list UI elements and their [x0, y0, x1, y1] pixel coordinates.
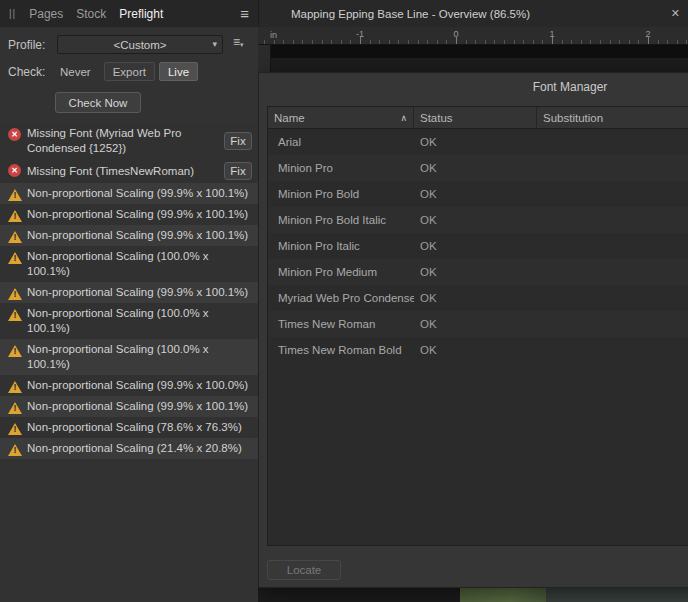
- font-status-cell: OK: [414, 214, 537, 226]
- ruler-ticks: -1012: [258, 27, 688, 44]
- warning-icon: !: [8, 309, 22, 321]
- font-table-header: Name ∧ Status Substitution: [268, 107, 688, 129]
- issue-row[interactable]: !Non-proportional Scaling (99.9% x 100.1…: [0, 396, 258, 417]
- profile-row: Profile: <Custom> ▾ ≡▾: [0, 35, 258, 57]
- issue-text: Non-proportional Scaling (21.4% x 20.8%): [27, 441, 252, 456]
- font-table: Name ∧ Status Substitution ArialOKMinion…: [267, 106, 688, 546]
- ruler-major-tick: [360, 37, 361, 44]
- table-row[interactable]: Times New Roman BoldOK: [268, 337, 688, 363]
- issue-row[interactable]: !Non-proportional Scaling (21.4% x 20.8%…: [0, 438, 258, 459]
- fix-button[interactable]: Fix: [224, 162, 252, 180]
- chevron-down-icon: ▾: [212, 39, 217, 49]
- warning-icon: !: [8, 231, 22, 243]
- map-image-sliver-gray: [546, 588, 688, 602]
- font-name-cell: Arial: [268, 136, 414, 148]
- font-name-cell: Times New Roman: [268, 318, 414, 330]
- font-status-cell: OK: [414, 318, 537, 330]
- warning-icon: !: [8, 381, 22, 393]
- issue-text: Non-proportional Scaling (99.9% x 100.1%…: [27, 228, 252, 243]
- profile-label: Profile:: [8, 38, 45, 52]
- issue-row[interactable]: !Non-proportional Scaling (100.0% x 100.…: [0, 303, 258, 339]
- tab-pages[interactable]: Pages: [29, 7, 63, 21]
- check-option-never[interactable]: Never: [57, 62, 100, 81]
- table-row[interactable]: Minion ProOK: [268, 155, 688, 181]
- issue-text: Missing Font (Myriad Web Pro Condensed {…: [27, 126, 195, 156]
- issue-text: Non-proportional Scaling (99.9% x 100.1%…: [27, 399, 252, 414]
- menu-lines-icon: ≡: [233, 35, 240, 49]
- issue-row[interactable]: !Non-proportional Scaling (99.9% x 100.0…: [0, 375, 258, 396]
- tab-preflight[interactable]: Preflight: [119, 7, 163, 21]
- check-option-live[interactable]: Live: [159, 62, 198, 81]
- font-name-cell: Minion Pro Italic: [268, 240, 414, 252]
- issue-text: Non-proportional Scaling (78.6% x 76.3%): [27, 420, 252, 435]
- table-row[interactable]: Myriad Web Pro CondenseOK: [268, 285, 688, 311]
- close-icon[interactable]: ✕: [671, 8, 680, 19]
- column-status-label: Status: [420, 112, 453, 124]
- warning-icon: !: [8, 444, 22, 456]
- panel-tabs: PagesStockPreflight: [29, 7, 163, 21]
- panel-drag-handle-icon[interactable]: ||: [9, 8, 16, 19]
- profile-dropdown[interactable]: <Custom> ▾: [57, 35, 223, 54]
- fix-button[interactable]: Fix: [224, 132, 252, 150]
- font-status-cell: OK: [414, 344, 537, 356]
- table-row[interactable]: Times New RomanOK: [268, 311, 688, 337]
- warning-icon: !: [8, 288, 22, 300]
- warning-icon: !: [8, 189, 22, 201]
- table-row[interactable]: Minion Pro ItalicOK: [268, 233, 688, 259]
- mini-caret-icon: ▾: [240, 41, 244, 48]
- font-name-cell: Minion Pro Bold: [268, 188, 414, 200]
- issue-row[interactable]: ✕Missing Font (Myriad Web Pro Condensed …: [0, 123, 258, 159]
- dialog-title: Font Manager: [259, 73, 688, 101]
- panel-tab-bar: || PagesStockPreflight ≡: [0, 0, 258, 27]
- check-now-button[interactable]: Check Now: [55, 92, 141, 113]
- issue-text: Non-proportional Scaling (100.0% x 100.1…: [27, 306, 252, 336]
- font-name-cell: Myriad Web Pro Condense: [268, 292, 414, 304]
- profile-preset-menu-icon[interactable]: ≡▾: [233, 36, 244, 48]
- locate-button[interactable]: Locate: [267, 560, 341, 580]
- issue-row[interactable]: !Non-proportional Scaling (99.9% x 100.1…: [0, 225, 258, 246]
- issue-text: Non-proportional Scaling (99.9% x 100.1%…: [27, 186, 252, 201]
- issue-row[interactable]: !Non-proportional Scaling (99.9% x 100.1…: [0, 183, 258, 204]
- font-status-cell: OK: [414, 266, 537, 278]
- error-icon: ✕: [8, 164, 21, 177]
- warning-icon: !: [8, 423, 22, 435]
- table-row[interactable]: ArialOK: [268, 129, 688, 155]
- check-label: Check:: [8, 65, 45, 79]
- sort-ascending-icon: ∧: [400, 113, 407, 123]
- column-header-substitution[interactable]: Substitution: [537, 107, 688, 128]
- issue-text: Non-proportional Scaling (99.9% x 100.1%…: [27, 285, 252, 300]
- issue-row[interactable]: !Non-proportional Scaling (78.6% x 76.3%…: [0, 417, 258, 438]
- app-window: || PagesStockPreflight ≡ Profile: <Custo…: [0, 0, 688, 602]
- column-header-name[interactable]: Name ∧: [268, 107, 414, 128]
- tab-stock[interactable]: Stock: [76, 7, 106, 21]
- issue-text: Non-proportional Scaling (99.9% x 100.0%…: [27, 378, 252, 393]
- issue-row[interactable]: !Non-proportional Scaling (100.0% x 100.…: [0, 246, 258, 282]
- issue-row[interactable]: !Non-proportional Scaling (100.0% x 100.…: [0, 339, 258, 375]
- warning-icon: !: [8, 402, 22, 414]
- font-table-body: ArialOKMinion ProOKMinion Pro BoldOKMini…: [268, 129, 688, 363]
- check-row: Check: NeverExportLive: [0, 62, 258, 84]
- font-status-cell: OK: [414, 292, 537, 304]
- ruler-major-tick: [456, 37, 457, 44]
- document-area: Mapping Epping Base Line - Overview (86.…: [258, 0, 688, 602]
- check-segments: NeverExportLive: [57, 62, 202, 81]
- column-substitution-label: Substitution: [543, 112, 603, 124]
- column-header-status[interactable]: Status: [414, 107, 537, 128]
- profile-value: <Custom>: [113, 39, 166, 51]
- issue-row[interactable]: !Non-proportional Scaling (99.9% x 100.1…: [0, 204, 258, 225]
- horizontal-ruler: in -1012: [258, 27, 688, 45]
- issue-text: Non-proportional Scaling (100.0% x 100.1…: [27, 249, 252, 279]
- table-row[interactable]: Minion Pro BoldOK: [268, 181, 688, 207]
- panel-menu-icon[interactable]: ≡: [240, 6, 249, 21]
- table-row[interactable]: Minion Pro Bold ItalicOK: [268, 207, 688, 233]
- ruler-major-tick: [552, 37, 553, 44]
- table-row[interactable]: Minion Pro MediumOK: [268, 259, 688, 285]
- check-option-export[interactable]: Export: [104, 62, 155, 81]
- column-name-label: Name: [274, 112, 305, 124]
- issue-text: Missing Font (TimesNewRoman): [27, 164, 195, 179]
- issue-row[interactable]: !Non-proportional Scaling (99.9% x 100.1…: [0, 282, 258, 303]
- font-manager-dialog: Font Manager Name ∧ Status Substitution …: [258, 72, 688, 588]
- document-tab[interactable]: Mapping Epping Base Line - Overview (86.…: [291, 8, 530, 20]
- issue-row[interactable]: ✕Missing Font (TimesNewRoman)Fix: [0, 159, 258, 183]
- preflight-panel: || PagesStockPreflight ≡ Profile: <Custo…: [0, 0, 258, 602]
